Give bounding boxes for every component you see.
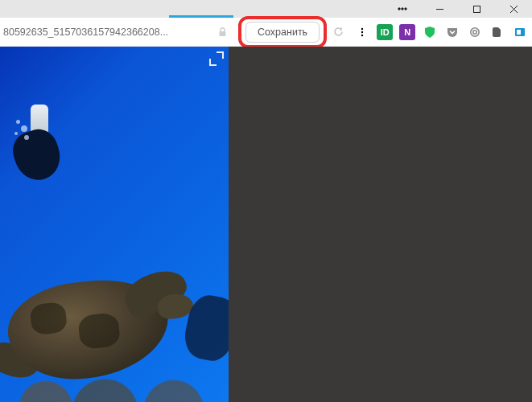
svg-rect-14 [517,30,521,35]
minimize-button[interactable] [421,0,458,18]
url-fragment[interactable]: 80592635_5157036157942366208... [0,21,208,43]
clip-extension-icon[interactable] [512,24,528,40]
fullscreen-icon[interactable] [209,51,224,66]
shield-green-icon[interactable] [422,24,438,40]
save-button[interactable]: Сохранить [245,22,320,43]
active-tab-indicator [169,15,233,18]
svg-point-8 [361,27,363,29]
circle-extension-icon[interactable] [467,24,483,40]
reload-icon[interactable] [332,23,344,41]
maximize-button[interactable] [458,0,495,18]
image-content [0,109,68,214]
svg-rect-4 [473,6,480,12]
window-controls [384,0,532,18]
svg-point-11 [471,27,479,35]
save-button-label: Сохранить [258,27,307,38]
empty-panel [229,47,532,402]
lock-icon[interactable] [217,23,228,41]
close-button[interactable] [495,0,532,18]
title-bar [0,0,532,18]
svg-rect-7 [220,31,226,36]
id-extension-icon[interactable]: ID [377,24,393,40]
image-content [0,346,229,402]
pocket-extension-icon[interactable] [444,24,460,40]
content-area [0,47,532,402]
more-menu-button[interactable] [384,0,421,18]
save-button-highlight: Сохранить [245,22,320,43]
id-extension-label: ID [381,27,390,37]
onenote-extension-icon[interactable]: N [399,24,415,40]
svg-point-10 [361,34,363,35]
svg-point-0 [398,8,400,10]
image-viewer[interactable] [0,47,229,402]
svg-point-9 [361,31,363,32]
evernote-extension-icon[interactable] [489,24,505,40]
svg-point-12 [473,30,476,33]
svg-point-1 [402,8,403,10]
browser-window: 80592635_5157036157942366208... Сохранит… [0,0,532,402]
menu-dots-icon[interactable] [354,24,370,40]
address-toolbar: 80592635_5157036157942366208... Сохранит… [0,18,532,47]
onenote-extension-label: N [404,27,410,37]
svg-point-2 [405,8,406,10]
extensions-row: ID N [354,24,532,40]
